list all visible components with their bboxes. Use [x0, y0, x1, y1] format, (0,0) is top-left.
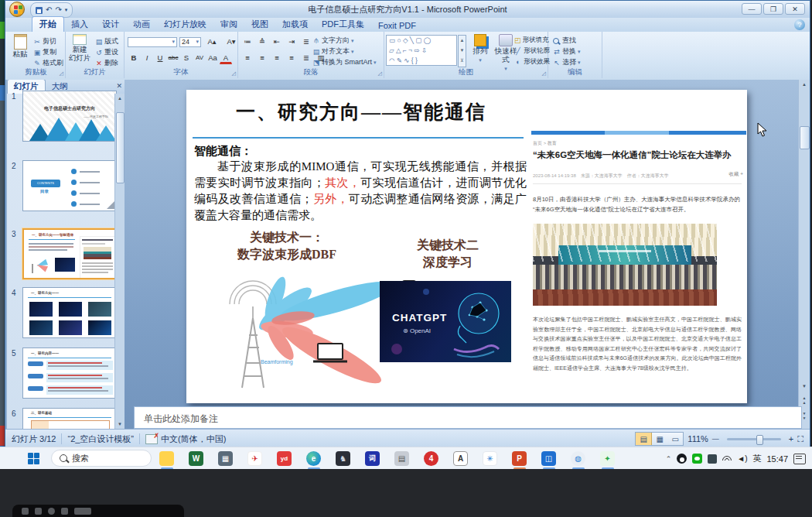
justify-button[interactable]: ≡ — [285, 52, 298, 64]
find-button[interactable]: 查找 — [553, 36, 576, 46]
distribute-button[interactable]: ≣ — [300, 52, 312, 64]
powerpoint-icon[interactable]: P — [512, 451, 527, 466]
green-app-icon[interactable]: ✦ — [600, 451, 615, 466]
italic-button[interactable]: I — [141, 52, 153, 64]
arrange-button[interactable]: 排列▾ — [469, 34, 491, 64]
bold-button[interactable]: B — [128, 52, 140, 64]
shadow-button[interactable]: S — [180, 52, 193, 64]
increase-indent-button[interactable]: ⇥ — [285, 36, 298, 48]
replace-button[interactable]: ⇄替换▾ — [553, 46, 581, 56]
tab-foxit-pdf[interactable]: Foxit PDF — [371, 19, 423, 32]
help-icon[interactable]: ? — [794, 19, 805, 30]
font-size-combo[interactable]: 24▾ — [179, 37, 201, 47]
shape-outline-button[interactable]: ╱形状轮廓 — [514, 46, 550, 56]
translate-app-icon[interactable]: A — [453, 451, 468, 466]
shrink-font-button[interactable]: A▾ — [223, 36, 240, 48]
shape-fill-button[interactable]: ◰形状填充 — [514, 36, 548, 45]
text-direction-button[interactable]: ⫛文字方向▾ — [312, 36, 354, 46]
clock[interactable]: 15:47 — [766, 454, 788, 464]
zoom-in-button[interactable]: + — [789, 434, 793, 443]
decrease-indent-button[interactable]: ⇤ — [271, 36, 283, 48]
maximize-button[interactable]: ❐ — [763, 3, 783, 15]
notes-pane[interactable]: 单击此处添加备注 — [134, 406, 802, 429]
wps-office-icon[interactable]: W — [189, 451, 203, 466]
tab-pdf-tools[interactable]: PDF工具集 — [315, 17, 371, 32]
slide-thumbnail-4[interactable]: 一、研究方向—— — [22, 287, 117, 338]
slide-thumbnail-1[interactable]: 电子信息硕士点研究方向 ——信息工程学院 — [22, 91, 117, 142]
slide-thumbnail-5[interactable]: 一、研究内容—— — [22, 348, 117, 399]
previous-slide-button[interactable]: ▲▲ — [799, 395, 810, 406]
tray-expand-icon[interactable]: ⌃ — [666, 455, 672, 463]
travel-app-icon[interactable]: ✈ — [247, 451, 262, 466]
tab-animations[interactable]: 动画 — [126, 17, 157, 32]
language-indicator[interactable]: 中文(简体，中国) — [161, 433, 226, 445]
minimize-button[interactable]: — — [742, 3, 762, 15]
wifi-icon[interactable] — [722, 456, 732, 462]
grow-font-button[interactable]: A▴ — [203, 36, 220, 48]
tray-dark-app-icon[interactable] — [708, 454, 717, 464]
file-explorer-icon[interactable] — [159, 451, 174, 466]
calculator-icon[interactable]: ▦ — [218, 451, 233, 466]
tab-home[interactable]: 开始 — [32, 16, 64, 32]
shape-gallery-scroll[interactable]: ▲▼⊻ — [458, 35, 466, 67]
font-color-button[interactable]: A — [220, 53, 232, 64]
printer-icon[interactable]: ▤ — [394, 451, 409, 466]
shape-gallery[interactable]: ▭ ○ ◇ ╲ ▢ ◯ ▱ △ ⌐ ¬ ⇨ ⇩ ◠ ✎ ∿ { } — [386, 35, 457, 66]
qq-icon[interactable] — [677, 454, 687, 464]
browser-app-icon[interactable]: ◍ — [571, 451, 585, 466]
tab-view[interactable]: 视图 — [244, 17, 275, 32]
volume-icon[interactable]: ◄) — [737, 454, 747, 463]
zoom-level[interactable]: 111% — [687, 434, 708, 443]
youdao-icon[interactable]: yd — [277, 451, 292, 466]
change-case-button[interactable]: Aa — [206, 52, 219, 64]
clipboard-dialog-launcher[interactable]: ◿ — [60, 70, 63, 77]
numbering-button[interactable]: ≙ — [256, 36, 268, 48]
slide-thumbnail-6[interactable]: 二、研究基础 — [22, 408, 117, 429]
panel-close-icon[interactable]: ✕ — [116, 82, 122, 90]
tab-insert[interactable]: 插入 — [64, 17, 95, 32]
tab-addins[interactable]: 加载项 — [275, 17, 315, 32]
undo-button[interactable]: ↶ — [46, 4, 52, 16]
strikethrough-button[interactable]: abc — [167, 52, 179, 64]
ime-indicator[interactable]: 英 — [752, 453, 761, 464]
redo-button[interactable]: ↷ — [55, 4, 61, 16]
wechat-icon[interactable] — [692, 454, 702, 464]
layout-button[interactable]: ▤版式 — [95, 36, 118, 46]
reset-button[interactable]: ↺重设 — [95, 47, 118, 57]
scroll-up-icon[interactable]: ▲ — [799, 80, 810, 90]
tab-slideshow[interactable]: 幻灯片放映 — [157, 17, 213, 32]
blue-app-icon[interactable]: ◫ — [541, 451, 556, 466]
smartart-button[interactable]: ⬔转换为 SmartArt▾ — [312, 57, 377, 67]
chinese-dict-icon[interactable]: 词 — [365, 451, 380, 466]
scroll-down-icon[interactable]: ▼ — [799, 382, 810, 392]
blue-flower-app-icon[interactable]: ✳ — [483, 451, 497, 466]
align-left-button[interactable]: ≡ — [241, 52, 254, 64]
qat-more-button[interactable]: ▾ — [65, 4, 68, 16]
panel-scroll-up-icon[interactable]: ▲ — [115, 94, 125, 103]
slide-thumbnail-2[interactable]: CONTENTS 目录 — [22, 160, 117, 211]
slideshow-view-button[interactable]: ▭ — [667, 433, 683, 445]
panel-scrollbar[interactable]: ▲ ▼ — [114, 94, 125, 429]
slide-sorter-view-button[interactable]: ▦ — [652, 433, 667, 445]
new-slide-button[interactable]: 新建幻灯片 — [67, 34, 92, 62]
underline-button[interactable]: U — [154, 52, 166, 64]
font-name-combo[interactable]: ▾ — [128, 37, 177, 47]
tab-design[interactable]: 设计 — [95, 17, 126, 32]
cut-button[interactable]: ✂剪切 — [33, 36, 56, 46]
select-button[interactable]: ↖选择▾ — [553, 57, 581, 67]
bullets-button[interactable]: ≔ — [241, 36, 254, 48]
close-button[interactable]: ✕ — [785, 3, 805, 15]
char-spacing-button[interactable]: AV — [193, 52, 206, 64]
save-icon[interactable] — [36, 7, 43, 14]
slide-canvas[interactable]: 一、研究方向——智能通信 智能通信： 基于波束形成的MIMO通信，可实现无线携能… — [186, 90, 747, 403]
paragraph-dialog-launcher[interactable]: ◿ — [378, 70, 382, 77]
drawing-dialog-launcher[interactable]: ◿ — [542, 70, 546, 77]
notification-center-icon[interactable] — [793, 454, 806, 464]
tab-review[interactable]: 审阅 — [213, 17, 244, 32]
paste-button[interactable]: 粘贴 — [10, 34, 30, 58]
dark-app-icon[interactable]: ♞ — [336, 451, 350, 466]
zoom-slider-thumb[interactable] — [756, 435, 763, 445]
align-right-button[interactable]: ≡ — [271, 52, 283, 64]
fit-to-window-button[interactable]: ⛶ — [797, 434, 803, 444]
align-center-button[interactable]: ≡ — [256, 52, 268, 64]
